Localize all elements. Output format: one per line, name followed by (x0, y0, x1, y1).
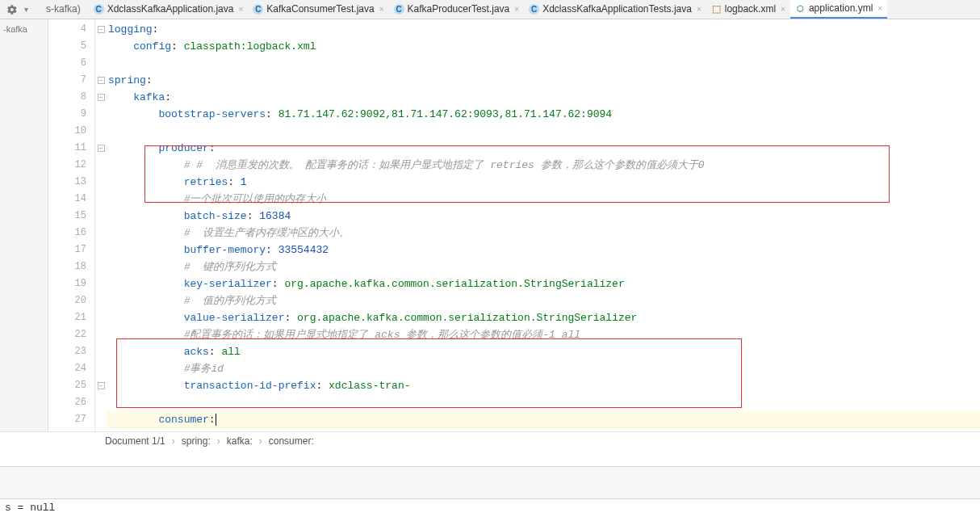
line-gutter: 4567891011121314151617181920212223242526… (48, 19, 95, 431)
xml-file-icon: ⬚ (711, 4, 722, 15)
breadcrumb-sep: › (172, 435, 175, 447)
tab-kafkaproducertest-java[interactable]: CKafkaProducerTest.java× (389, 0, 525, 19)
code-line[interactable]: consumer: (107, 411, 980, 428)
tab-label: KafkaProducerTest.java (408, 3, 510, 15)
breadcrumb-item[interactable]: kafka: (227, 435, 253, 447)
tab-label: application.yml (809, 2, 873, 14)
fold-toggle[interactable]: − (98, 94, 105, 101)
line-number: 8 (48, 89, 86, 106)
breadcrumb-sep: › (217, 435, 220, 447)
editor-tabs: s-kafka) CXdclassKafkaApplication.java×C… (35, 0, 980, 19)
line-number: 16 (48, 225, 86, 242)
fold-toggle[interactable]: − (98, 26, 105, 33)
line-number: 15 (48, 208, 86, 225)
fold-toggle[interactable]: − (98, 382, 105, 389)
top-bar: ▾ s-kafka) CXdclassKafkaApplication.java… (0, 0, 980, 19)
close-icon[interactable]: × (379, 5, 384, 14)
line-number: 24 (48, 360, 86, 377)
line-number: 6 (48, 55, 86, 72)
code-line[interactable]: retries: 1 (107, 174, 980, 191)
line-number: 10 (48, 123, 86, 140)
code-line[interactable]: logging: (107, 21, 980, 38)
yml-file-icon: ⬡ (795, 3, 806, 14)
editor[interactable]: 4567891011121314151617181920212223242526… (48, 19, 980, 431)
breadcrumb-item[interactable]: spring: (182, 435, 211, 447)
close-icon[interactable]: × (514, 5, 519, 14)
line-number: 18 (48, 258, 86, 275)
line-number: 26 (48, 394, 86, 411)
code-area[interactable]: logging: config: classpath:logback.xmlsp… (107, 19, 980, 431)
code-line[interactable]: key-serializer: org.apache.kafka.common.… (107, 275, 980, 292)
close-icon[interactable]: × (781, 5, 785, 14)
tab-application-yml[interactable]: ⬡application.yml× (790, 0, 887, 19)
line-number: 13 (48, 174, 86, 191)
breadcrumb-doc: Document 1/1 (105, 435, 165, 447)
line-number: 5 (48, 38, 86, 55)
sidebar-item[interactable]: -kafka (3, 23, 44, 36)
console-output: s = null (0, 498, 980, 517)
line-number: 7 (48, 72, 86, 89)
tab-logback-xml[interactable]: ⬚logback.xml× (706, 0, 790, 19)
code-line[interactable] (107, 55, 980, 72)
tab-xdclasskafkaapplicationtests-java[interactable]: CXdclassKafkaApplicationTests.java× (524, 0, 706, 19)
tab-label: XdclassKafkaApplicationTests.java (542, 3, 692, 15)
code-line[interactable]: acks: all (107, 343, 980, 360)
code-line[interactable]: #一个批次可以使用的内存大小 (107, 191, 980, 208)
java-file-icon: C (253, 4, 263, 15)
code-line[interactable]: producer: (107, 140, 980, 157)
project-fragment: s-kafka) (38, 3, 89, 15)
code-line[interactable]: # 键的序列化方式 (107, 258, 980, 275)
code-line[interactable]: # 设置生产者内存缓冲区的大小。 (107, 225, 980, 242)
line-number: 20 (48, 292, 86, 309)
code-line[interactable]: config: classpath:logback.xml (107, 38, 980, 55)
code-line[interactable]: # # 消息重发的次数。 配置事务的话：如果用户显式地指定了 retries 参… (107, 157, 980, 174)
line-number: 9 (48, 106, 86, 123)
code-line[interactable] (107, 123, 980, 140)
line-number: 4 (48, 21, 86, 38)
gear-icon[interactable] (6, 4, 18, 15)
line-number: 22 (48, 326, 86, 343)
close-icon[interactable]: × (238, 5, 243, 14)
tab-kafkaconsumertest-java[interactable]: CKafkaConsumerTest.java× (248, 0, 388, 19)
tab-label: KafkaConsumerTest.java (266, 3, 374, 15)
line-number: 14 (48, 191, 86, 208)
code-line[interactable]: # 值的序列化方式 (107, 292, 980, 309)
java-file-icon: C (94, 4, 104, 15)
console-area: s = null (0, 466, 980, 517)
code-line[interactable]: buffer-memory: 33554432 (107, 242, 980, 258)
fold-column: −−−−− (95, 19, 107, 431)
line-number: 19 (48, 275, 86, 292)
code-line[interactable]: kafka: (107, 89, 980, 106)
line-number: 27 (48, 411, 86, 428)
breadcrumb-sep: › (259, 435, 262, 447)
close-icon[interactable]: × (697, 5, 701, 14)
close-icon[interactable]: × (877, 4, 882, 13)
java-file-icon: C (529, 4, 539, 15)
code-line[interactable]: transaction-id-prefix: xdclass-tran- (107, 377, 980, 394)
code-line[interactable]: spring: (107, 72, 980, 89)
code-line[interactable]: batch-size: 16384 (107, 208, 980, 225)
tab-label: XdclassKafkaApplication.java (107, 3, 234, 15)
breadcrumb[interactable]: Document 1/1 › spring: › kafka: › consum… (0, 431, 980, 449)
tab-xdclasskafkaapplication-java[interactable]: CXdclassKafkaApplication.java× (89, 0, 249, 19)
code-line[interactable]: #配置事务的话：如果用户显式地指定了 acks 参数，那么这个参数的值必须-1 … (107, 326, 980, 343)
code-line[interactable]: #事务id (107, 360, 980, 377)
chevron-down-icon[interactable]: ▾ (24, 5, 28, 14)
line-number: 25 (48, 377, 86, 394)
tab-label: logback.xml (725, 3, 776, 15)
fold-toggle[interactable]: − (98, 145, 105, 152)
line-number: 21 (48, 309, 86, 326)
fold-toggle[interactable]: − (98, 77, 105, 84)
code-line[interactable]: bootstrap-servers: 81.71.147.62:9092,81.… (107, 106, 980, 123)
line-number: 11 (48, 140, 86, 157)
breadcrumb-item[interactable]: consumer: (269, 435, 314, 447)
project-sidebar[interactable]: -kafka (0, 19, 48, 431)
line-number: 23 (48, 343, 86, 360)
line-number: 17 (48, 242, 86, 258)
java-file-icon: C (394, 4, 404, 15)
code-line[interactable] (107, 394, 980, 411)
line-number: 12 (48, 157, 86, 174)
code-line[interactable]: value-serializer: org.apache.kafka.commo… (107, 309, 980, 326)
